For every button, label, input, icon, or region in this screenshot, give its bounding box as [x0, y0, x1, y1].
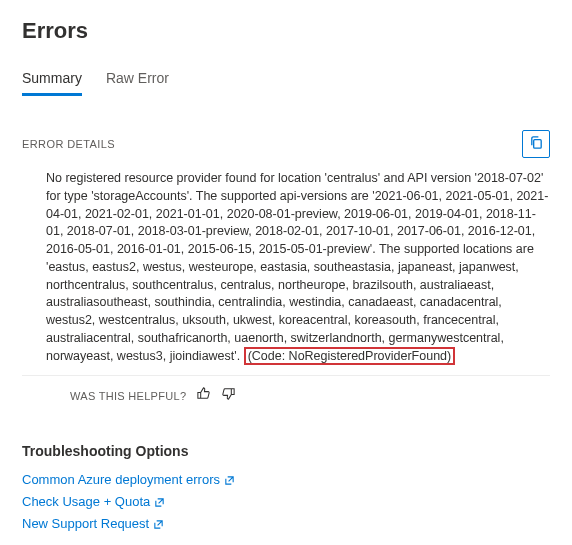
svg-rect-2: [533, 139, 541, 147]
page-title: Errors: [22, 18, 88, 44]
copy-icon: [529, 135, 544, 154]
error-details-label: ERROR DETAILS: [22, 138, 115, 150]
link-new-support[interactable]: New Support Request: [22, 513, 550, 535]
link-label: Check Usage + Quota: [22, 491, 150, 513]
close-button[interactable]: [542, 18, 550, 40]
copy-button[interactable]: [522, 130, 550, 158]
external-link-icon: [153, 519, 164, 530]
thumbs-up-button[interactable]: [196, 386, 211, 405]
error-text: No registered resource provider found fo…: [46, 171, 548, 363]
thumbs-down-button[interactable]: [221, 386, 236, 405]
link-label: Common Azure deployment errors: [22, 469, 220, 491]
tab-summary[interactable]: Summary: [22, 70, 82, 96]
tab-raw-error[interactable]: Raw Error: [106, 70, 169, 96]
helpful-label: WAS THIS HELPFUL?: [70, 390, 186, 402]
link-common-errors[interactable]: Common Azure deployment errors: [22, 469, 550, 491]
thumbs-up-icon: [196, 386, 211, 405]
link-label: New Support Request: [22, 513, 149, 535]
error-message: No registered resource provider found fo…: [22, 170, 550, 376]
external-link-icon: [154, 497, 165, 508]
thumbs-down-icon: [221, 386, 236, 405]
tab-bar: Summary Raw Error: [22, 70, 550, 96]
troubleshoot-heading: Troubleshooting Options: [22, 443, 550, 459]
external-link-icon: [224, 475, 235, 486]
link-usage-quota[interactable]: Check Usage + Quota: [22, 491, 550, 513]
error-code: (Code: NoRegisteredProviderFound): [244, 347, 456, 365]
